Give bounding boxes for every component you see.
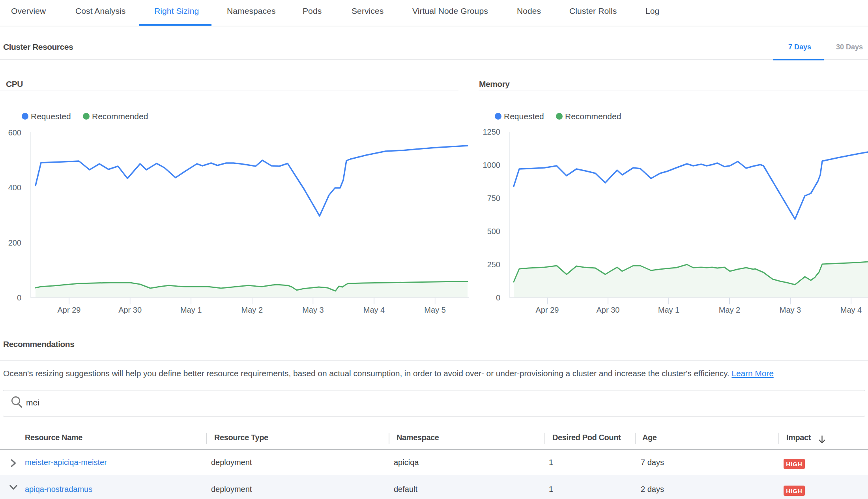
svg-text:Apr 29: Apr 29: [536, 306, 559, 314]
svg-text:600: 600: [8, 128, 21, 137]
svg-text:1250: 1250: [483, 128, 501, 136]
svg-text:1000: 1000: [483, 161, 501, 169]
svg-text:May 3: May 3: [302, 306, 324, 314]
svg-text:May 4: May 4: [840, 306, 862, 314]
svg-text:0: 0: [496, 293, 500, 302]
svg-text:400: 400: [8, 183, 21, 192]
svg-text:0: 0: [17, 293, 21, 302]
svg-text:Apr 30: Apr 30: [597, 306, 620, 314]
svg-text:750: 750: [487, 194, 500, 203]
svg-text:May 3: May 3: [780, 306, 801, 314]
svg-text:May 1: May 1: [658, 306, 679, 314]
svg-text:200: 200: [8, 238, 21, 247]
svg-text:May 2: May 2: [719, 306, 740, 314]
svg-text:May 1: May 1: [180, 306, 202, 314]
svg-text:May 5: May 5: [424, 306, 445, 314]
svg-text:500: 500: [487, 227, 500, 236]
svg-text:May 4: May 4: [363, 306, 385, 314]
svg-text:Apr 30: Apr 30: [118, 306, 142, 314]
svg-text:May 2: May 2: [241, 306, 263, 314]
svg-text:250: 250: [487, 260, 500, 269]
svg-text:Apr 29: Apr 29: [58, 306, 81, 314]
